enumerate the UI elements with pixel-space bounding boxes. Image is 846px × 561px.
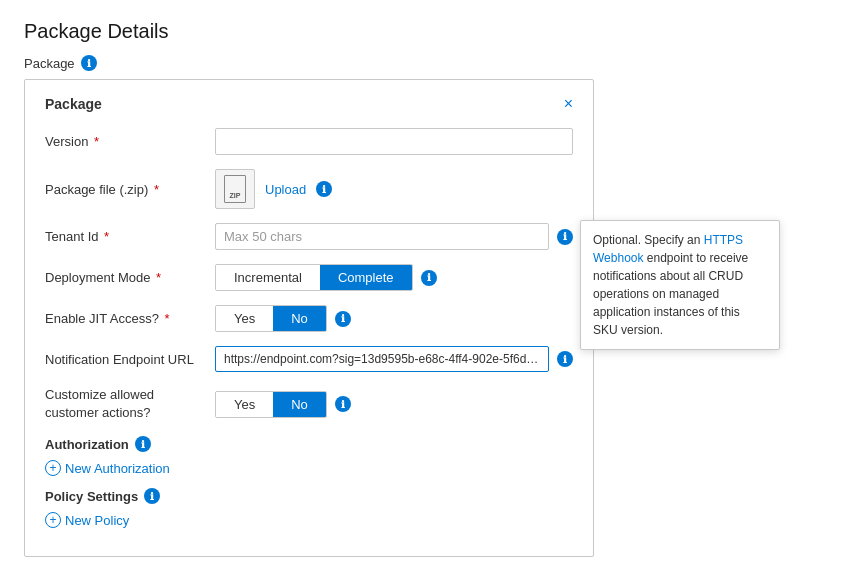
version-input[interactable] — [215, 128, 573, 155]
notification-url-info-icon[interactable]: ℹ — [557, 351, 573, 367]
notification-url-row: Notification Endpoint URL ℹ — [45, 346, 573, 372]
notification-url-input[interactable] — [215, 346, 549, 372]
deployment-mode-toggle: Incremental Complete — [215, 264, 413, 291]
add-authorization-icon: + — [45, 460, 61, 476]
incremental-button[interactable]: Incremental — [216, 265, 320, 290]
package-card: Package × Version * Package file (.zip) … — [24, 79, 594, 557]
notification-url-control: ℹ — [215, 346, 573, 372]
enable-jit-toggle: Yes No — [215, 305, 327, 332]
package-file-label: Package file (.zip) * — [45, 182, 205, 197]
new-authorization-label: New Authorization — [65, 461, 170, 476]
new-policy-label: New Policy — [65, 513, 129, 528]
jit-info-icon[interactable]: ℹ — [335, 311, 351, 327]
version-label: Version * — [45, 134, 205, 149]
card-header: Package × — [45, 96, 573, 112]
customize-actions-info-icon[interactable]: ℹ — [335, 396, 351, 412]
enable-jit-row: Enable JIT Access? * Yes No ℹ — [45, 305, 573, 332]
tenant-id-control: ℹ — [215, 223, 573, 250]
tenant-id-input[interactable] — [215, 223, 549, 250]
version-row: Version * — [45, 128, 573, 155]
package-file-row: Package file (.zip) * ZIP Upload ℹ — [45, 169, 573, 209]
deployment-mode-control: Incremental Complete ℹ — [215, 264, 573, 291]
close-button[interactable]: × — [564, 96, 573, 112]
zip-file-graphic: ZIP — [224, 175, 246, 203]
notification-url-label: Notification Endpoint URL — [45, 352, 205, 367]
card-title: Package — [45, 96, 102, 112]
policy-settings-info-icon[interactable]: ℹ — [144, 488, 160, 504]
tooltip-text-before: Optional. Specify an — [593, 233, 704, 247]
upload-area: ZIP Upload ℹ — [215, 169, 573, 209]
authorization-info-icon[interactable]: ℹ — [135, 436, 151, 452]
jit-no-button[interactable]: No — [273, 306, 326, 331]
new-policy-link[interactable]: + New Policy — [45, 512, 573, 528]
deployment-mode-label: Deployment Mode * — [45, 270, 205, 285]
customize-actions-row: Customize allowed customer actions? Yes … — [45, 386, 573, 422]
package-section-info-icon[interactable]: ℹ — [81, 55, 97, 71]
customize-actions-label: Customize allowed customer actions? — [45, 386, 205, 422]
customize-actions-toggle: Yes No — [215, 391, 327, 418]
complete-button[interactable]: Complete — [320, 265, 412, 290]
new-authorization-link[interactable]: + New Authorization — [45, 460, 573, 476]
customize-no-button[interactable]: No — [273, 392, 326, 417]
tenant-id-row: Tenant Id * ℹ — [45, 223, 573, 250]
notification-url-tooltip: Optional. Specify an HTTPS Webhook endpo… — [580, 220, 780, 350]
customize-yes-button[interactable]: Yes — [216, 392, 273, 417]
version-control — [215, 128, 573, 155]
upload-info-icon[interactable]: ℹ — [316, 181, 332, 197]
add-policy-icon: + — [45, 512, 61, 528]
policy-settings-section-label: Policy Settings ℹ — [45, 488, 573, 504]
deployment-mode-row: Deployment Mode * Incremental Complete ℹ — [45, 264, 573, 291]
package-section-label: Package — [24, 56, 75, 71]
zip-icon: ZIP — [215, 169, 255, 209]
enable-jit-label: Enable JIT Access? * — [45, 311, 205, 326]
customize-actions-control: Yes No ℹ — [215, 391, 573, 418]
authorization-section-label: Authorization ℹ — [45, 436, 573, 452]
tenant-id-label: Tenant Id * — [45, 229, 205, 244]
enable-jit-control: Yes No ℹ — [215, 305, 573, 332]
zip-text: ZIP — [230, 192, 241, 199]
jit-yes-button[interactable]: Yes — [216, 306, 273, 331]
page-title: Package Details — [24, 20, 822, 43]
deployment-mode-info-icon[interactable]: ℹ — [421, 270, 437, 286]
tenant-id-info-icon[interactable]: ℹ — [557, 229, 573, 245]
upload-link[interactable]: Upload — [265, 182, 306, 197]
